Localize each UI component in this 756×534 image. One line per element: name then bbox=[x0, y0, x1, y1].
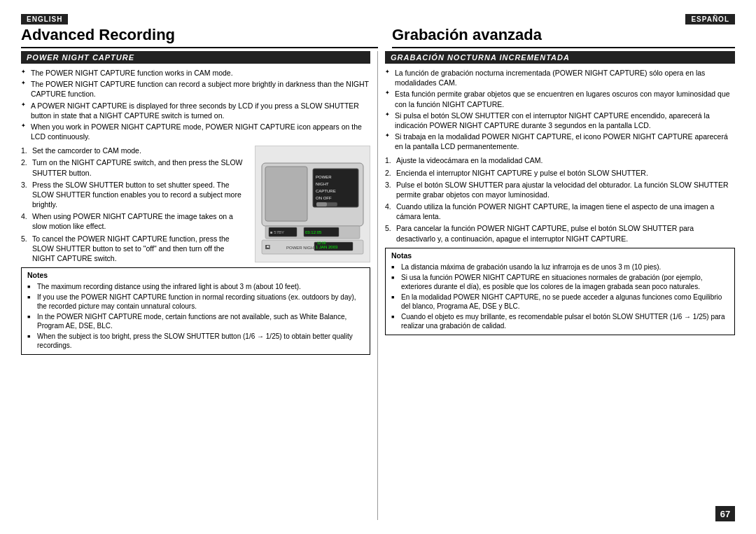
list-item: La función de grabación nocturna increme… bbox=[385, 68, 735, 87]
left-header: ENGLISH Advanced Recording bbox=[21, 14, 378, 48]
espanol-row: ESPAÑOL bbox=[392, 14, 735, 26]
left-steps: Set the camcorder to CAM mode. Turn on t… bbox=[21, 146, 370, 263]
left-column: POWER NIGHT CAPTURE The POWER NIGHT CAPT… bbox=[21, 51, 378, 520]
list-item: The maximum recording distance using the… bbox=[27, 282, 364, 291]
list-item: The POWER NIGHT CAPTURE function can rec… bbox=[21, 79, 370, 99]
left-title: Advanced Recording bbox=[21, 26, 378, 48]
right-notes-title: Notas bbox=[391, 251, 729, 260]
left-notes-box: Notes The maximum recording distance usi… bbox=[21, 267, 370, 355]
list-item: Esta función permite grabar objetos que … bbox=[385, 89, 735, 108]
left-notes-list: The maximum recording distance using the… bbox=[27, 282, 364, 350]
english-label: ENGLISH bbox=[21, 14, 68, 24]
left-notes-title: Notes bbox=[27, 271, 364, 279]
list-item: La distancia máxima de grabación usando … bbox=[391, 262, 729, 272]
list-item: When you work in POWER NIGHT CAPTURE mod… bbox=[21, 122, 370, 141]
right-steps: Ajuste la videocámara en la modalidad CA… bbox=[385, 155, 735, 243]
list-item: Set the camcorder to CAM mode. bbox=[21, 146, 370, 155]
list-item: Si pulsa el botón SLOW SHUTTER con el in… bbox=[385, 111, 735, 130]
list-item: Pulse el botón SLOW SHUTTER para ajustar… bbox=[385, 180, 735, 199]
page-number: 67 bbox=[715, 506, 735, 521]
left-section-header: POWER NIGHT CAPTURE bbox=[21, 51, 370, 64]
list-item: The POWER NIGHT CAPTURE function works i… bbox=[21, 68, 370, 78]
list-item: When using POWER NIGHT CAPTURE the image… bbox=[21, 211, 370, 231]
english-badge: ENGLISH bbox=[21, 14, 378, 26]
list-item: In the POWER NIGHT CAPTURE mode, certain… bbox=[27, 312, 364, 330]
list-item: Press the SLOW SHUTTER button to set shu… bbox=[21, 180, 370, 210]
list-item: Si usa la función POWER NIGHT CAPTURE en… bbox=[391, 273, 729, 291]
list-item: A POWER NIGHT CAPTURE is displayed for t… bbox=[21, 101, 370, 120]
list-item: When the subject is too bright, press th… bbox=[27, 332, 364, 350]
list-item: Turn on the NIGHT CAPTURE switch, and th… bbox=[21, 157, 370, 177]
right-notes-list: La distancia máxima de grabación usando … bbox=[391, 262, 729, 330]
list-item: Ajuste la videocámara en la modalidad CA… bbox=[385, 155, 735, 165]
list-item: Encienda el interruptor NIGHT CAPTURE y … bbox=[385, 168, 735, 178]
right-section-header: GRABACIÓN NOCTURNA INCREMENTADA bbox=[385, 51, 735, 64]
espanol-label: ESPAÑOL bbox=[685, 14, 735, 24]
list-item: Cuando utiliza la función POWER NIGHT CA… bbox=[385, 202, 735, 221]
list-item: Cuando el objeto es muy brillante, es re… bbox=[391, 312, 729, 330]
list-item: En la modalidad POWER NIGHT CAPTURE, no … bbox=[391, 293, 729, 311]
top-header: ENGLISH Advanced Recording ESPAÑOL Graba… bbox=[21, 14, 735, 48]
content-area: POWER NIGHT CAPTURE The POWER NIGHT CAPT… bbox=[21, 51, 735, 520]
right-notes-box: Notas La distancia máxima de grabación u… bbox=[385, 248, 735, 335]
right-bullets: La función de grabación nocturna increme… bbox=[385, 68, 735, 151]
left-bullets: The POWER NIGHT CAPTURE function works i… bbox=[21, 68, 370, 141]
list-item: To cancel the POWER NIGHT CAPTURE functi… bbox=[21, 234, 370, 264]
list-item: If you use the POWER NIGHT CAPTURE funct… bbox=[27, 293, 364, 311]
page: ENGLISH Advanced Recording ESPAÑOL Graba… bbox=[0, 0, 756, 534]
list-item: Para cancelar la función POWER NIGHT CAP… bbox=[385, 223, 735, 243]
right-column: GRABACIÓN NOCTURNA INCREMENTADA La funci… bbox=[378, 51, 735, 520]
list-item: Si trabaja en la modalidad POWER NIGHT C… bbox=[385, 132, 735, 151]
right-title: Grabación avanzada bbox=[392, 26, 735, 48]
right-header: ESPAÑOL Grabación avanzada bbox=[378, 14, 735, 48]
